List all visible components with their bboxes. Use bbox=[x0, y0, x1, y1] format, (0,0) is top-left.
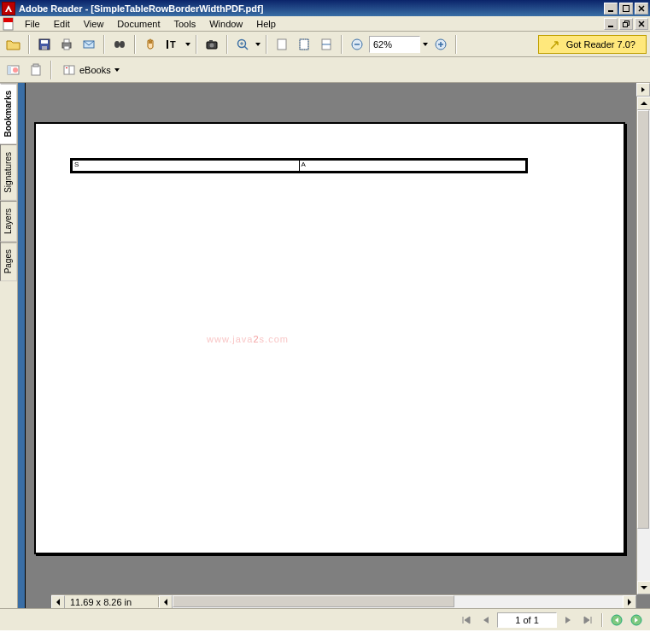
svg-rect-9 bbox=[42, 46, 47, 50]
arrow-icon bbox=[549, 38, 561, 50]
zoom-level-dropdown[interactable] bbox=[422, 43, 429, 46]
separator bbox=[28, 35, 30, 54]
svg-rect-8 bbox=[41, 40, 48, 44]
tab-signatures[interactable]: Signatures bbox=[0, 144, 17, 201]
table-cell: S bbox=[73, 161, 300, 171]
organizer-button[interactable] bbox=[3, 60, 24, 80]
document-area[interactable]: S A www.java2s.com 11.69 x 8.26 in bbox=[26, 83, 650, 608]
actual-size-button[interactable] bbox=[272, 34, 292, 55]
side-rail[interactable] bbox=[18, 83, 26, 608]
svg-rect-4 bbox=[608, 26, 613, 27]
mdi-close-button[interactable] bbox=[635, 18, 648, 30]
svg-point-30 bbox=[13, 67, 18, 73]
scroll-down-button[interactable] bbox=[637, 581, 650, 594]
horizontal-scrollbar: 11.69 x 8.26 in bbox=[51, 594, 636, 608]
email-button[interactable] bbox=[79, 34, 99, 55]
clipboard-button[interactable] bbox=[26, 60, 46, 80]
menu-tools[interactable]: Tools bbox=[168, 17, 202, 31]
ebooks-button[interactable]: eBooks bbox=[56, 61, 126, 79]
scroll-track-left-button[interactable] bbox=[159, 595, 173, 609]
zoom-dropdown[interactable] bbox=[255, 43, 261, 46]
tab-bookmarks[interactable]: Bookmarks bbox=[0, 83, 17, 144]
scroll-thumb[interactable] bbox=[173, 595, 454, 607]
document-table: S A bbox=[70, 158, 528, 173]
mdi-minimize-button[interactable] bbox=[604, 18, 618, 30]
window-titlebar: Adobe Reader - [SimpleTableRowBorderWidt… bbox=[0, 0, 650, 16]
hand-tool-button[interactable] bbox=[140, 34, 161, 55]
svg-text:T: T bbox=[170, 39, 176, 50]
scroll-up-button[interactable] bbox=[637, 97, 650, 110]
svg-rect-32 bbox=[33, 64, 38, 67]
menu-view[interactable]: View bbox=[78, 17, 110, 31]
svg-rect-1 bbox=[624, 5, 630, 11]
svg-rect-11 bbox=[64, 39, 69, 43]
separator bbox=[455, 35, 457, 54]
svg-rect-23 bbox=[300, 39, 308, 50]
fit-width-button[interactable] bbox=[316, 34, 337, 55]
svg-rect-6 bbox=[624, 22, 628, 26]
select-dropdown[interactable] bbox=[184, 43, 191, 46]
close-button[interactable] bbox=[635, 3, 648, 15]
print-button[interactable] bbox=[56, 34, 77, 55]
app-icon bbox=[2, 2, 15, 15]
zoom-out-button[interactable] bbox=[347, 34, 367, 55]
maximize-button[interactable] bbox=[619, 3, 633, 15]
back-button[interactable] bbox=[608, 612, 625, 628]
workspace: Bookmarks Signatures Layers Pages S A ww… bbox=[0, 83, 650, 608]
select-tool-button[interactable]: T bbox=[162, 34, 183, 55]
separator bbox=[196, 35, 197, 54]
svg-rect-12 bbox=[64, 46, 69, 50]
chevron-down-icon bbox=[114, 68, 120, 72]
menu-edit[interactable]: Edit bbox=[48, 17, 76, 31]
main-toolbar: T Got Reader 7.0? bbox=[0, 32, 650, 57]
svg-point-19 bbox=[210, 43, 214, 47]
menu-file[interactable]: File bbox=[19, 17, 46, 31]
secondary-toolbar: eBooks bbox=[0, 57, 650, 83]
reader-upgrade-badge[interactable]: Got Reader 7.0? bbox=[538, 35, 647, 54]
svg-rect-29 bbox=[8, 66, 11, 74]
search-button[interactable] bbox=[109, 34, 130, 55]
scroll-thumb[interactable] bbox=[637, 110, 649, 529]
scroll-track[interactable] bbox=[173, 595, 623, 609]
statusbar bbox=[0, 608, 650, 630]
scroll-right-button[interactable] bbox=[623, 595, 636, 609]
watermark: www.java2s.com bbox=[207, 316, 289, 349]
fit-page-button[interactable] bbox=[294, 34, 314, 55]
collapse-toolbar-button[interactable] bbox=[636, 83, 650, 97]
pdf-page: S A www.java2s.com bbox=[34, 122, 625, 554]
page-dimensions-label: 11.69 x 8.26 in bbox=[65, 597, 159, 607]
page-number-input[interactable] bbox=[497, 612, 557, 628]
scroll-track[interactable] bbox=[637, 110, 650, 581]
tab-pages[interactable]: Pages bbox=[0, 242, 17, 281]
menu-help[interactable]: Help bbox=[250, 17, 282, 31]
reader-badge-label: Got Reader 7.0? bbox=[566, 39, 635, 50]
zoom-plus-button[interactable] bbox=[430, 34, 451, 55]
side-tabs: Bookmarks Signatures Layers Pages bbox=[0, 83, 18, 608]
separator bbox=[50, 61, 52, 79]
zoom-in-button[interactable] bbox=[232, 34, 253, 55]
menu-window[interactable]: Window bbox=[203, 17, 249, 31]
separator bbox=[266, 35, 267, 54]
zoom-input[interactable] bbox=[369, 36, 420, 53]
separator bbox=[226, 35, 228, 54]
scroll-left-button[interactable] bbox=[51, 595, 65, 609]
svg-rect-3 bbox=[3, 18, 13, 22]
snapshot-tool-button[interactable] bbox=[202, 34, 222, 55]
table-cell: A bbox=[300, 161, 526, 171]
last-page-button[interactable] bbox=[579, 612, 596, 628]
separator bbox=[103, 35, 105, 54]
minimize-button[interactable] bbox=[604, 3, 618, 15]
vertical-scrollbar bbox=[636, 97, 650, 594]
menu-document[interactable]: Document bbox=[111, 17, 166, 31]
tab-layers[interactable]: Layers bbox=[0, 201, 17, 242]
separator bbox=[134, 35, 136, 54]
svg-rect-22 bbox=[278, 39, 286, 50]
mdi-restore-button[interactable] bbox=[619, 18, 633, 30]
svg-rect-31 bbox=[32, 66, 40, 75]
prev-page-button[interactable] bbox=[477, 612, 495, 628]
next-page-button[interactable] bbox=[559, 612, 577, 628]
open-button[interactable] bbox=[3, 34, 24, 55]
save-button[interactable] bbox=[34, 34, 55, 55]
first-page-button[interactable] bbox=[458, 612, 475, 628]
forward-button[interactable] bbox=[628, 612, 645, 628]
